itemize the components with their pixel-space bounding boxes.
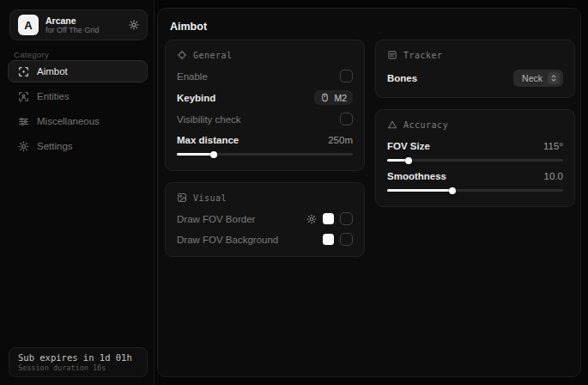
slider-thumb[interactable] [449, 187, 456, 194]
enable-label: Enable [177, 71, 208, 82]
sidebar-item-label: Entities [37, 91, 70, 101]
enable-checkbox[interactable] [340, 70, 353, 82]
person-scan-icon [18, 91, 29, 102]
app-subtitle: for Off The Grid [45, 26, 122, 34]
fov-background-color-swatch[interactable] [323, 234, 334, 245]
gear-icon[interactable] [306, 214, 317, 224]
sidebar: A Arcane for Off The Grid Category Aimbo… [0, 0, 155, 385]
draw-fov-background-label: Draw FOV Background [177, 235, 278, 245]
fov-size-slider[interactable] [387, 156, 563, 164]
fov-size-label: FOV Size [387, 141, 430, 151]
sidebar-item-label: Miscellaneous [37, 116, 100, 126]
brand-card: A Arcane for Off The Grid [9, 9, 148, 40]
fov-size-value: 115° [543, 141, 563, 151]
triangle-icon [387, 119, 397, 130]
slider-thumb[interactable] [210, 151, 217, 158]
fov-border-color-swatch[interactable] [323, 213, 334, 224]
crosshair-scan-icon [18, 66, 29, 77]
gear-icon [18, 141, 29, 152]
smoothness-value: 10.0 [544, 171, 563, 181]
keybind-label: Keybind [177, 93, 215, 103]
sidebar-item-label: Settings [37, 141, 73, 151]
section-title: Accuracy [403, 120, 448, 130]
visibility-check-checkbox[interactable] [340, 113, 353, 125]
gear-icon[interactable] [129, 20, 139, 30]
smoothness-label: Smoothness [387, 171, 446, 181]
session-duration-text: Session duration 16s [18, 364, 138, 372]
mouse-icon [320, 93, 330, 102]
section-title: Visual [193, 193, 227, 203]
sidebar-item-label: Aimbot [37, 66, 68, 76]
sidebar-item-entities[interactable]: Entities [8, 85, 148, 107]
draw-fov-border-label: Draw FOV Border [177, 214, 255, 224]
max-distance-slider[interactable] [177, 150, 353, 158]
max-distance-label: Max distance [177, 135, 239, 145]
slider-thumb[interactable] [405, 157, 412, 164]
sub-expires-text: Sub expires in 1d 01h [18, 352, 138, 363]
keybind-badge[interactable]: M2 [314, 90, 353, 105]
keybind-value: M2 [334, 93, 347, 103]
bones-value: Neck [522, 73, 543, 83]
tracker-icon [387, 50, 397, 60]
tracker-card: Tracker Bones Neck [375, 40, 575, 98]
general-card: General Enable Keybind M2 [165, 40, 365, 171]
draw-fov-border-checkbox[interactable] [340, 212, 353, 225]
visibility-check-label: Visibility check [177, 114, 241, 125]
bones-label: Bones [387, 73, 417, 83]
accuracy-card: Accuracy FOV Size 115° Smoothness 10.0 [375, 109, 575, 207]
sidebar-nav: Aimbot Entities Miscellaneous [8, 60, 148, 157]
sidebar-item-aimbot[interactable]: Aimbot [8, 60, 148, 82]
sidebar-item-miscellaneous[interactable]: Miscellaneous [8, 110, 148, 132]
chevrons-up-down-icon [548, 72, 560, 84]
app-title: Arcane [45, 15, 122, 26]
page-title: Aimbot [170, 21, 207, 33]
subscription-card: Sub expires in 1d 01h Session duration 1… [9, 347, 148, 377]
section-title: General [193, 51, 233, 60]
smoothness-slider[interactable] [387, 186, 563, 194]
visual-card: Visual Draw FOV Border [165, 182, 365, 257]
image-icon [177, 192, 187, 203]
sidebar-item-settings[interactable]: Settings [8, 135, 148, 157]
sliders-icon [18, 116, 29, 127]
category-label: Category [14, 50, 49, 59]
section-title: Tracker [403, 51, 443, 60]
bones-select[interactable]: Neck [513, 70, 563, 87]
app-logo: A [18, 15, 39, 35]
max-distance-value: 250m [328, 135, 353, 145]
draw-fov-background-checkbox[interactable] [340, 233, 353, 246]
main-panel: Aimbot General Enable K [157, 8, 581, 377]
crosshair-icon [177, 50, 187, 60]
